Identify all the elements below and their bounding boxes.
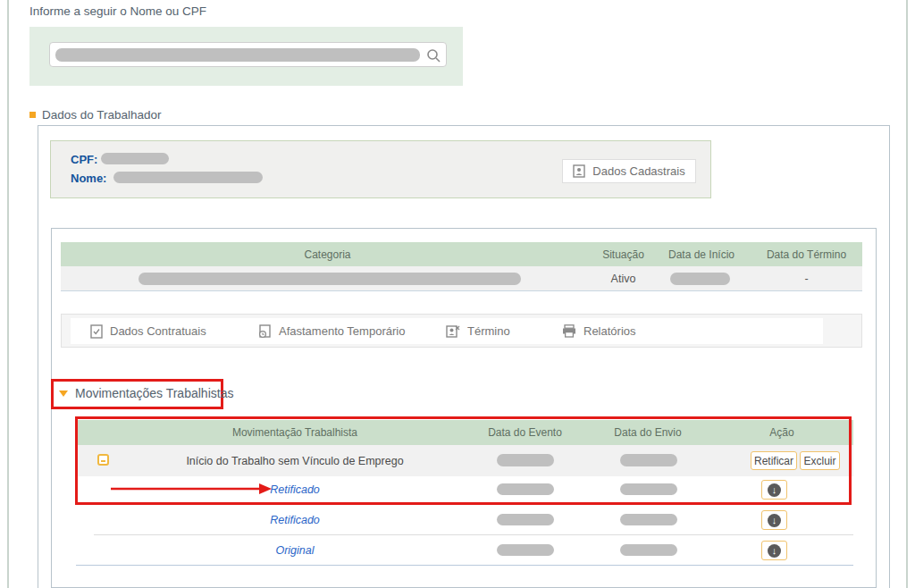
document-clock-icon — [258, 324, 272, 339]
movement-row-original: Original ↓ — [76, 535, 853, 565]
dados-cadastrais-button[interactable]: Dados Cadastrais — [562, 159, 696, 183]
contact-card-icon — [573, 164, 585, 178]
nome-redacted-value — [113, 172, 263, 183]
header-data-inicio: Data de Início — [652, 242, 751, 266]
person-x-icon — [446, 324, 460, 339]
data-envio-redacted — [620, 514, 677, 525]
data-evento-redacted — [497, 483, 554, 495]
toolbar-item-termino[interactable]: Término — [446, 324, 562, 339]
worker-section-header: Dados do Trabalhador — [29, 108, 162, 122]
esocial-worker-page: Informe a seguir o Nome ou CPF Dados do … — [0, 0, 915, 588]
data-inicio-redacted-value — [670, 273, 730, 285]
excluir-button[interactable]: Excluir — [800, 451, 840, 470]
page-right-border — [906, 0, 908, 588]
download-icon: ↓ — [768, 514, 781, 527]
header-categoria: Categoria — [61, 242, 594, 266]
data-envio-redacted — [620, 454, 677, 466]
toolbar-label: Relatórios — [583, 324, 636, 338]
toolbar-label: Afastamento Temporário — [279, 324, 405, 338]
movement-row-inicio-trabalho: Início do Trabalho sem Vínculo de Empreg… — [76, 445, 853, 476]
header-movimentacao: Movimentação Trabalhista — [125, 420, 465, 445]
categoria-redacted-value — [139, 273, 521, 285]
download-button[interactable]: ↓ — [761, 541, 787, 560]
document-check-icon — [90, 324, 103, 339]
actions-toolbar-container: Dados Contratuais Afastamento Temporário — [61, 314, 862, 348]
movement-row-retificado-2: Retificado ↓ — [76, 505, 853, 534]
orange-square-bullet-icon — [29, 112, 36, 118]
retificado-link-label: Retificado — [270, 483, 320, 496]
contract-table-header: Categoria Situação Data de Início Data d… — [61, 242, 862, 266]
search-section-label: Informe a seguir o Nome ou CPF — [29, 4, 206, 18]
original-link[interactable]: Original — [125, 535, 465, 565]
movements-section-title: Movimentações Trabalhistas — [75, 386, 233, 400]
movements-table-header: Movimentação Trabalhista Data do Evento … — [76, 420, 853, 445]
toolbar-label: Dados Contratuais — [110, 324, 206, 338]
printer-icon — [562, 324, 576, 338]
data-evento-redacted — [497, 514, 554, 525]
page-left-border — [7, 0, 9, 588]
toolbar-item-afastamento-temporario[interactable]: Afastamento Temporário — [258, 324, 446, 339]
nome-label: Nome: — [71, 172, 106, 185]
retificado-link[interactable]: Retificado — [125, 505, 465, 534]
download-icon: ↓ — [768, 483, 781, 497]
data-evento-redacted — [497, 544, 554, 556]
cpf-redacted-value — [101, 153, 169, 164]
download-icon: ↓ — [768, 544, 781, 558]
cpf-label: CPF: — [71, 153, 97, 166]
search-input-redacted-value — [55, 48, 420, 62]
movements-section-toggle[interactable]: Movimentações Trabalhistas — [59, 386, 233, 400]
download-button[interactable]: ↓ — [761, 510, 787, 530]
worker-identity-panel: CPF: Nome: Dados Cadastrais — [50, 140, 711, 198]
header-data-envio: Data do Envio — [585, 420, 710, 445]
dados-cadastrais-label: Dados Cadastrais — [592, 164, 684, 178]
worker-section-title: Dados do Trabalhador — [42, 108, 162, 122]
collapse-minus-icon[interactable] — [97, 454, 109, 466]
data-envio-redacted — [620, 483, 677, 495]
search-icon[interactable] — [426, 48, 441, 63]
actions-toolbar: Dados Contratuais Afastamento Temporário — [71, 318, 823, 344]
toolbar-label: Término — [467, 324, 510, 338]
toolbar-item-dados-contratuais[interactable]: Dados Contratuais — [90, 324, 258, 339]
movement-label: Início do Trabalho sem Vínculo de Empreg… — [125, 445, 465, 476]
retificado-link-label: Retificado — [270, 514, 320, 526]
retificar-button[interactable]: Retificar — [751, 451, 797, 470]
toolbar-item-relatorios[interactable]: Relatórios — [562, 324, 636, 338]
table-bottom-border — [76, 565, 853, 566]
header-situacao: Situação — [594, 242, 652, 266]
situacao-value: Ativo — [594, 266, 652, 291]
search-panel — [29, 27, 463, 86]
header-data-evento: Data do Evento — [465, 420, 585, 445]
contract-table-row[interactable]: Ativo - — [61, 266, 862, 291]
header-acao: Ação — [710, 420, 853, 445]
search-input[interactable] — [49, 42, 447, 67]
data-termino-value: - — [751, 266, 862, 291]
header-data-termino: Data do Término — [751, 242, 862, 266]
chevron-down-icon — [59, 391, 68, 397]
data-evento-redacted — [497, 454, 554, 466]
original-link-label: Original — [275, 544, 314, 557]
annotation-red-arrow — [107, 483, 277, 495]
data-envio-redacted — [620, 544, 677, 556]
download-button[interactable]: ↓ — [761, 480, 787, 500]
